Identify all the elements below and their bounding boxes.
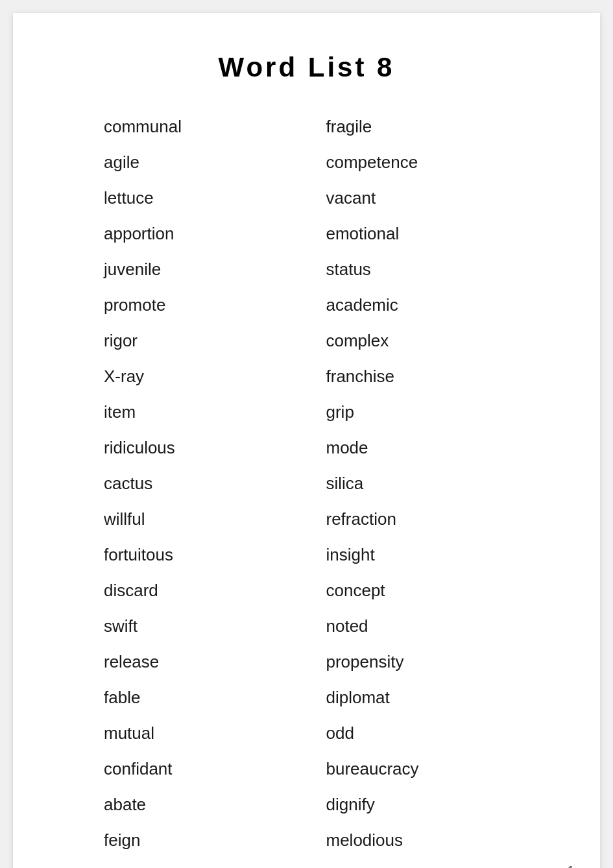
list-item: fable [65,680,307,716]
list-item: lettuce [65,180,307,216]
list-item: communal [65,109,307,145]
list-item: refraction [307,501,549,537]
list-item: status [307,252,549,287]
list-item: fragile [307,109,549,145]
list-item: silica [307,466,549,501]
list-item: item [65,394,307,430]
list-item: insight [307,537,549,573]
list-item: ridiculous [65,430,307,466]
list-item: academic [307,287,549,323]
list-item: concept [307,573,549,609]
list-item: confidant [65,751,307,787]
list-item: mutual [65,716,307,751]
list-item: release [65,644,307,680]
list-item: propensity [307,644,549,680]
list-item: apportion [65,216,307,252]
list-item: odd [307,716,549,751]
list-item: emotional [307,216,549,252]
list-item: franchise [307,359,549,394]
list-item: agile [65,145,307,180]
list-item: discard [65,573,307,609]
list-item: melodious [307,823,549,858]
word-grid: communalfragileagilecompetencelettucevac… [65,109,548,858]
list-item: cactus [65,466,307,501]
list-item: fortuitous [65,537,307,573]
list-item: juvenile [65,252,307,287]
page-number: 1 [568,864,574,868]
list-item: abate [65,787,307,823]
list-item: promote [65,287,307,323]
list-item: dignify [307,787,549,823]
list-item: grip [307,394,549,430]
list-item: bureaucracy [307,751,549,787]
page-title: Word List 8 [65,52,548,83]
list-item: competence [307,145,549,180]
list-item: mode [307,430,549,466]
list-item: diplomat [307,680,549,716]
list-item: swift [65,609,307,644]
list-item: complex [307,323,549,359]
list-item: vacant [307,180,549,216]
list-item: willful [65,501,307,537]
page: Word List 8 communalfragileagilecompeten… [13,13,600,868]
list-item: rigor [65,323,307,359]
list-item: feign [65,823,307,858]
list-item: noted [307,609,549,644]
list-item: X-ray [65,359,307,394]
